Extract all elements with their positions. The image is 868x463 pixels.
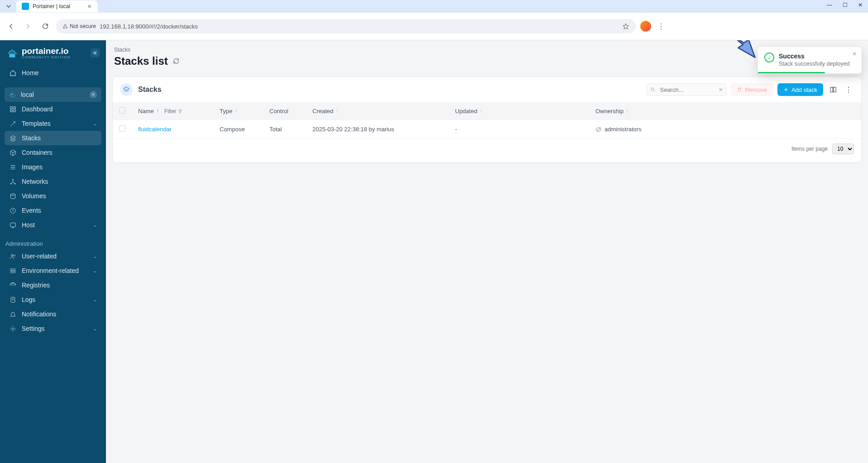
window-controls: — ☐ ✕ xyxy=(825,2,864,8)
environment-icon xyxy=(9,267,16,274)
url-text: 192.168.1.18:9000/#!/2/docker/stacks xyxy=(100,23,198,30)
sidebar-item-logs[interactable]: Logs ⌄ xyxy=(5,292,101,307)
col-created[interactable]: Created xyxy=(312,108,333,115)
logs-icon xyxy=(9,296,16,303)
environment-close-icon[interactable]: ✕ xyxy=(90,91,97,98)
sidebar-item-label: Containers xyxy=(22,149,53,156)
logo[interactable]: portainer.io COMMUNITY EDITION xyxy=(6,47,71,59)
breadcrumb[interactable]: Stacks xyxy=(106,40,868,55)
sidebar-item-home[interactable]: Home xyxy=(5,66,101,80)
remove-button-label: Remove xyxy=(745,86,767,93)
svg-rect-8 xyxy=(11,94,12,95)
sidebar-collapse-button[interactable] xyxy=(91,48,100,57)
sidebar-item-label: Home xyxy=(22,69,38,76)
gear-icon xyxy=(9,325,16,332)
plus-icon xyxy=(783,87,789,92)
stack-name-link[interactable]: fluidcalendar xyxy=(138,126,172,133)
close-tab-icon[interactable]: ✕ xyxy=(86,3,92,10)
toast-progress-bar xyxy=(758,72,825,73)
search-icon xyxy=(650,87,656,92)
sidebar-item-environment-related[interactable]: Environment-related ⌄ xyxy=(5,263,101,278)
toast-message: Stack successfully deployed xyxy=(779,61,849,67)
browser-forward-icon[interactable] xyxy=(22,20,34,33)
templates-icon xyxy=(9,120,16,127)
cell-created: 2025-03-20 22:38:18 by marius xyxy=(306,120,449,139)
svg-point-1 xyxy=(65,27,66,28)
items-per-page-select[interactable]: 10 xyxy=(832,143,854,154)
sidebar-item-dashboard[interactable]: Dashboard xyxy=(5,102,101,116)
sort-icon[interactable]: ↓↑ xyxy=(336,109,338,114)
browser-back-icon[interactable] xyxy=(5,20,17,33)
col-control[interactable]: Control xyxy=(269,108,288,115)
tab-title: Portainer | local xyxy=(33,3,82,10)
sort-icon[interactable]: ↓↑ xyxy=(157,109,159,114)
sidebar-item-label: Events xyxy=(22,207,41,214)
trash-icon xyxy=(737,87,742,92)
row-checkbox[interactable] xyxy=(119,125,125,132)
add-stack-button[interactable]: Add stack xyxy=(777,83,823,96)
browser-menu-icon[interactable]: ⋮ xyxy=(656,22,667,31)
select-all-checkbox[interactable] xyxy=(119,107,125,114)
remove-button[interactable]: Remove xyxy=(731,83,772,96)
sidebar-item-label: User-related xyxy=(22,253,57,260)
sidebar-item-templates[interactable]: Templates ⌄ xyxy=(5,116,101,131)
chevron-down-icon: ⌄ xyxy=(93,326,97,332)
columns-toggle-icon[interactable] xyxy=(828,84,839,95)
sidebar-item-notifications[interactable]: Notifications xyxy=(5,307,101,321)
sidebar-item-user-related[interactable]: User-related ⌄ xyxy=(5,249,101,263)
sort-icon[interactable]: ↓↑ xyxy=(235,109,237,114)
refresh-icon[interactable] xyxy=(173,57,180,65)
sidebar-item-networks[interactable]: Networks xyxy=(5,174,101,189)
tab-list-dropdown-icon[interactable] xyxy=(5,3,12,10)
svg-rect-9 xyxy=(13,94,14,95)
security-chip[interactable]: Not secure xyxy=(62,23,96,29)
svg-line-35 xyxy=(654,91,655,92)
toast-title: Success xyxy=(779,53,849,60)
svg-point-18 xyxy=(10,183,11,184)
svg-rect-7 xyxy=(10,94,11,95)
sort-icon[interactable]: ↓↑ xyxy=(480,109,482,114)
docker-icon xyxy=(9,91,16,98)
cell-ownership: administrators xyxy=(604,126,642,133)
col-ownership[interactable]: Ownership xyxy=(595,108,623,115)
sidebar-item-stacks[interactable]: Stacks xyxy=(5,131,101,145)
browser-tab[interactable]: Portainer | local ✕ xyxy=(16,0,98,12)
clear-search-icon[interactable]: ✕ xyxy=(719,87,723,93)
window-maximize-icon[interactable]: ☐ xyxy=(841,2,849,8)
volumes-icon xyxy=(9,192,16,200)
filter-chip[interactable]: Filter xyxy=(164,108,183,115)
users-icon xyxy=(9,253,16,260)
ownership-restricted-icon xyxy=(595,126,602,133)
sidebar-item-settings[interactable]: Settings ⌄ xyxy=(5,321,101,336)
search-input[interactable] xyxy=(647,83,726,96)
col-updated[interactable]: Updated xyxy=(455,108,477,115)
sidebar-environment[interactable]: local ✕ xyxy=(5,87,101,102)
browser-reload-icon[interactable] xyxy=(39,20,52,33)
registries-icon xyxy=(9,282,16,289)
cell-type: Compose xyxy=(213,120,263,139)
sidebar-item-label: Networks xyxy=(22,178,48,185)
events-icon xyxy=(9,207,16,214)
sort-icon[interactable]: ↓↑ xyxy=(626,109,628,114)
sidebar-item-events[interactable]: Events xyxy=(5,203,101,218)
col-type[interactable]: Type xyxy=(220,108,232,115)
sidebar-item-host[interactable]: Host ⌄ xyxy=(5,218,101,232)
col-name[interactable]: Name xyxy=(138,108,154,115)
window-close-icon[interactable]: ✕ xyxy=(856,2,864,8)
sidebar-item-volumes[interactable]: Volumes xyxy=(5,189,101,203)
address-bar[interactable]: Not secure 192.168.1.18:9000/#!/2/docker… xyxy=(56,19,636,33)
sidebar-admin-heading: Administration xyxy=(0,236,106,249)
svg-rect-27 xyxy=(10,269,15,271)
add-stack-label: Add stack xyxy=(791,86,817,93)
sidebar-item-registries[interactable]: Registries xyxy=(5,278,101,292)
panel-menu-icon[interactable]: ⋮ xyxy=(843,84,854,95)
bookmark-star-icon[interactable] xyxy=(622,23,629,30)
sidebar-item-images[interactable]: Images xyxy=(5,160,101,174)
search-box: ✕ xyxy=(647,83,726,96)
profile-avatar[interactable] xyxy=(640,21,651,32)
sidebar-item-containers[interactable]: Containers xyxy=(5,145,101,160)
sidebar-item-label: Dashboard xyxy=(22,105,53,113)
window-minimize-icon[interactable]: — xyxy=(825,2,834,8)
svg-rect-10 xyxy=(11,93,12,94)
toast-close-icon[interactable]: ✕ xyxy=(852,51,857,57)
